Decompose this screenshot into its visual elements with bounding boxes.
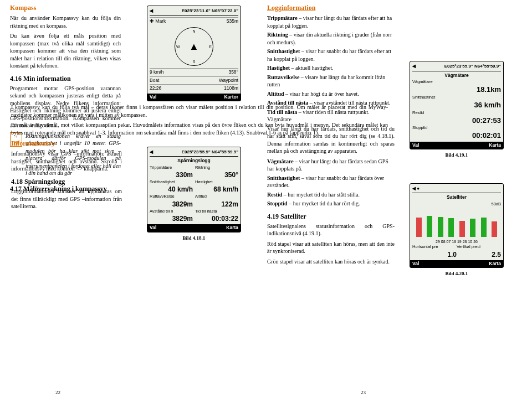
screen-title: Spårningslogg [150,158,238,164]
sat-ids: 29 08 07 18 19 28 10 26 [412,239,501,244]
kompass-p2: Du kan även följa ett måls position med … [10,32,121,70]
timenext-label: Tid till nästa [195,209,238,214]
time-value: 22:26 [150,85,161,91]
deviation-label: Ruttavvikelse [150,194,193,199]
figure-caption-418: Bild 4.18.1 [127,235,260,241]
vert-value: 2.5 [457,250,501,259]
satellites-screenshot: ◀ ● Satelliter 50dB 29 08 07 18 19 28 10… [410,183,504,268]
softkey-right[interactable]: Karta [489,261,501,267]
avgspeed-label: Snitthastighet [150,179,193,185]
trip-value: 330m [150,170,193,179]
rest-label: Restid [412,110,501,116]
section-419-p3: Grön stapel visar att satelliten kan hör… [267,258,395,266]
odo-label: Vägmätare [412,79,501,85]
compass-s: S [193,59,196,64]
db-label: 50dB [412,201,501,207]
term-avstand: Avstånd till nästa – visar avståndet til… [267,99,395,107]
heading-value: 358° [228,69,238,75]
mark-label: ✚ Mark [150,18,166,24]
stop-value: 00:02:01 [412,131,501,141]
satellite-bars [413,209,500,237]
distnext-label: Avstånd till n [150,209,193,214]
softkey-right[interactable]: Karta [489,142,501,148]
softkey-right[interactable]: Karta [226,225,238,231]
rest-value: 00:27:53 [412,116,501,126]
heading-value: 350° [195,170,238,179]
altitude-value: 122m [195,200,238,209]
stop-label: Stopptid [412,125,501,131]
section-416-heading: 4.16 Min information [10,74,121,83]
vert-label: Vertikal preci [457,244,501,250]
term-trippmatare: Trippmätare – visar hur långt du har fär… [267,14,395,29]
compass-e: E [209,44,212,49]
speed-value: 68 km/h [195,185,238,194]
term-stopptid: Stopptid – hur mycket tid du har rört di… [267,200,395,208]
softkey-right[interactable]: Kartor [224,94,238,100]
kompass-p1: När du använder Kompassvy kan du följa d… [10,14,121,29]
trip-label: Trippmätare [150,165,193,170]
speed-value: 9 km/h [150,69,164,75]
topbar-coords: E025°23'55.9" N64°55'59.9" [444,64,501,70]
compass-needle-icon: ▲ [189,40,199,53]
section-419-p1: Satellitesignalens statusinformation och… [267,223,395,237]
figure-caption-420: Bild 4.20.1 [401,270,512,277]
heading-label: Riktning [195,165,238,170]
softkey-left[interactable]: Val [150,225,156,231]
term-vagmatare: Vägmätare – visar hur långt du har färda… [267,158,395,173]
speed-label: Hastighet [195,179,238,185]
compass-screenshot: ◀ E025°23'11.6" N65°07'22.0" ✚ Mark 535m… [147,6,241,101]
softkey-left[interactable]: Val [150,94,156,100]
horiz-label: Horisontal pre [412,244,457,250]
topbar-coords: E025°23'55.9" N64°55'59.9" [182,149,238,156]
term-snitt2: Snitthastighet – visar hur snabbt du har… [267,174,395,189]
screen-title: Satelliter [412,194,501,200]
avg-value: 36 km/h [412,100,501,110]
vagmatare-p1: Visar hur långt du har färdats, snitthas… [267,125,395,155]
softkey-left[interactable]: Val [412,142,419,148]
boat-label: Boat [150,77,160,84]
section-419-p2: Röd stapel visar att satelliten kan höra… [267,240,395,255]
page-number-left: 22 [55,389,60,396]
compass-rose: N S E W ▲ [175,27,213,66]
tracking-log-screenshot: ◀ E025°23'55.9" N64°55'59.9" Spårningslo… [147,147,241,232]
screen-title: Vägmätare [412,73,501,79]
mark-value: 535m [227,18,238,24]
altitude-label: Altitud [195,194,238,199]
odometer-screenshot: ◀ E025°23'55.9" N64°55'59.9" Vägmätare V… [410,61,504,149]
topbar-icons: ◀ ● [412,186,420,192]
term-hastighet: Hastighet – aktuell hastighet. [267,64,395,72]
timenext-value: 00:03:22 [195,214,238,223]
kompass-heading: Kompass [10,3,121,12]
term-restid: Restid – hur mycket tid du har stått sti… [267,191,395,199]
term-snitthastighet: Snitthastighet – visar hur snabbt du har… [267,48,395,63]
figure-caption-419: Bild 4.19.1 [401,152,512,158]
term-riktning: Riktning – visar din aktuella riktning i… [267,31,395,46]
topbar-left-icon: ◀ [150,149,153,156]
section-418-p1: Logginformationen kommer att uppdateras … [11,188,122,210]
topbar-left-icon: ◀ [150,8,153,14]
section-419-heading: 4.19 Satelliter [267,212,395,221]
term-ruttavvikelse: Ruttavvikelse – visare hur långt du har … [267,74,395,89]
distnext-value: 3829m [150,214,193,223]
avgspeed-value: 40 km/h [150,185,193,194]
odo-value: 18.1km [412,85,501,95]
compass-n: N [192,29,195,34]
horiz-value: 1.0 [412,250,457,259]
page-number-right: 23 [361,389,366,396]
topbar-coords: E025°23'11.6" N65°07'22.0" [182,8,238,14]
altitude-value: 1108m [224,85,238,91]
informationsvy-p1: Informationsvy visar GPS –information: a… [11,150,122,173]
term-altitud: Altitud – visar hur högt du är över have… [267,90,395,98]
logginfo-heading: Logginformation [267,3,395,12]
avg-label: Snitthastihet [412,95,501,100]
compass-w: W [176,44,180,49]
deviation-value: 3829m [150,200,193,209]
softkey-left[interactable]: Val [412,261,419,267]
waypoint-label: Waypoint [219,77,238,84]
topbar-left-icon: ◀ [412,64,416,70]
term-tid: Tid till nästa – visar tiden till nästa … [267,108,395,123]
